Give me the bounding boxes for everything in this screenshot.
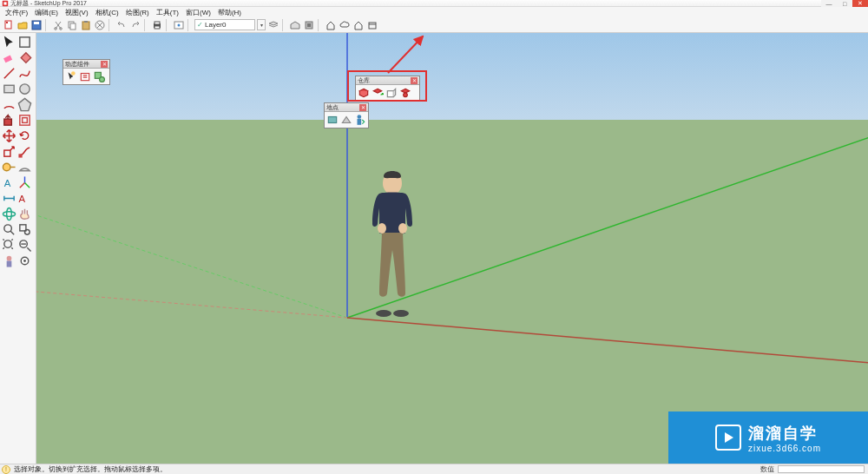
wh-share-model-icon[interactable] [372, 87, 384, 99]
person-figure[interactable] [358, 168, 427, 319]
svg-point-34 [7, 207, 12, 220]
maximize-button[interactable]: □ [837, 0, 852, 7]
menu-edit[interactable]: 编辑(E) [31, 8, 62, 17]
redo-icon[interactable] [129, 19, 141, 31]
wh-extension-icon[interactable] [399, 87, 411, 99]
calendar-icon[interactable] [366, 19, 378, 31]
undo-icon[interactable] [115, 19, 128, 31]
loc-toggle-icon[interactable] [340, 114, 352, 126]
layer-dropdown-arrow[interactable]: ▾ [257, 19, 266, 30]
menu-file[interactable]: 文件(F) [2, 8, 31, 17]
loc-person-icon[interactable] [354, 114, 366, 126]
arc-icon[interactable] [2, 97, 16, 112]
orbit-icon[interactable] [2, 207, 16, 221]
3dtext-icon[interactable]: A [17, 191, 32, 206]
followme-icon[interactable] [17, 144, 32, 159]
copy-icon[interactable] [66, 19, 78, 31]
open-file-icon[interactable] [16, 19, 29, 31]
polygon-icon[interactable] [17, 97, 32, 112]
wh-get-models-icon[interactable] [358, 87, 370, 99]
panel-close-icon[interactable]: ✕ [101, 61, 108, 68]
status-hint: 选择对象。切换到扩充选择。拖动鼠标选择多项。 [14, 464, 167, 474]
watermark-url: zixue.3d66.com [748, 444, 821, 453]
panel-warehouse[interactable]: 仓库✕ [355, 76, 420, 102]
toolbar-separator [144, 19, 148, 31]
rotate-icon[interactable] [17, 128, 32, 143]
zoom-extents-icon[interactable] [2, 238, 16, 253]
layer-manager-icon[interactable] [267, 19, 279, 31]
minimize-button[interactable]: — [821, 0, 837, 7]
viewport[interactable]: 动态组件✕ 仓库✕ 地点✕ [36, 33, 868, 464]
offset-icon[interactable] [17, 113, 32, 128]
main-toolbar: ✓ Layer0 ▾ [0, 17, 868, 33]
print-icon[interactable] [151, 19, 163, 31]
menu-help[interactable]: 帮助(H) [214, 8, 245, 17]
paste-icon[interactable] [80, 19, 92, 31]
select-icon[interactable] [2, 35, 16, 49]
warehouse-icon[interactable] [289, 19, 301, 31]
text-icon[interactable]: A [2, 175, 16, 190]
axes-icon[interactable] [17, 175, 32, 190]
new-file-icon[interactable] [3, 19, 15, 31]
svg-point-38 [4, 240, 12, 248]
tape-icon[interactable] [2, 160, 16, 174]
panel-dynamic-components[interactable]: 动态组件✕ [62, 59, 110, 85]
protractor-icon[interactable] [17, 160, 32, 174]
lookaround-icon[interactable] [17, 253, 32, 268]
extensions-icon[interactable] [303, 19, 315, 31]
svg-point-49 [71, 71, 76, 76]
panel-location[interactable]: 地点✕ [324, 102, 369, 128]
wh-share-component-icon[interactable] [385, 87, 398, 99]
dc-interact-icon[interactable] [65, 70, 77, 82]
svg-point-33 [3, 212, 15, 217]
watermark-brand: 溜溜自学 [748, 423, 818, 444]
menu-draw[interactable]: 绘图(R) [122, 8, 153, 17]
move-icon[interactable] [2, 128, 16, 143]
menu-bar: 文件(F) 编辑(E) 视图(V) 相机(C) 绘图(R) 工具(T) 窗口(W… [0, 7, 868, 17]
rectangle-icon[interactable] [2, 82, 16, 96]
left-toolbox: A A [0, 33, 36, 464]
svg-rect-9 [70, 23, 76, 30]
toolbar-separator [166, 19, 170, 31]
dc-options-icon[interactable] [79, 70, 91, 82]
line-icon[interactable] [2, 66, 16, 81]
svg-rect-22 [3, 56, 12, 63]
menu-window[interactable]: 窗口(W) [182, 8, 214, 17]
scale-icon[interactable] [2, 144, 16, 159]
pushpull-icon[interactable] [2, 113, 16, 128]
cut-icon[interactable] [52, 19, 64, 31]
circle-icon[interactable] [17, 82, 32, 96]
home2-icon[interactable] [352, 19, 365, 31]
measure-input[interactable] [778, 465, 865, 473]
component-icon[interactable] [17, 35, 32, 49]
close-button[interactable]: ✕ [852, 0, 868, 7]
save-file-icon[interactable] [30, 19, 43, 31]
zoom-icon[interactable] [2, 222, 16, 237]
svg-rect-10 [82, 22, 89, 30]
menu-view[interactable]: 视图(V) [62, 8, 92, 17]
position-icon[interactable] [2, 253, 16, 268]
menu-tools[interactable]: 工具(T) [153, 8, 182, 17]
dimension-icon[interactable] [2, 191, 16, 206]
home-icon[interactable] [325, 19, 337, 31]
pan-icon[interactable] [17, 207, 32, 221]
panel-close-icon[interactable]: ✕ [359, 104, 366, 111]
model-info-icon[interactable] [173, 19, 185, 31]
previous-icon[interactable] [17, 238, 32, 253]
freehand-icon[interactable] [17, 66, 32, 81]
svg-rect-26 [20, 115, 30, 125]
paint-bucket-icon[interactable] [17, 50, 32, 65]
svg-rect-25 [4, 119, 12, 125]
eraser-icon[interactable] [2, 50, 16, 65]
dc-attributes-icon[interactable] [93, 70, 105, 82]
panel-title: 仓库 [358, 76, 370, 85]
svg-point-17 [178, 23, 181, 26]
loc-add-icon[interactable] [326, 114, 339, 126]
menu-camera[interactable]: 相机(C) [92, 8, 122, 17]
cloud-up-icon[interactable] [339, 19, 351, 31]
layer-dropdown[interactable]: ✓ Layer0 [194, 19, 255, 30]
delete-icon[interactable] [94, 19, 106, 31]
panel-close-icon[interactable]: ✕ [411, 77, 418, 84]
zoomwin-icon[interactable] [17, 222, 32, 237]
watermark-logo-icon [715, 425, 741, 451]
